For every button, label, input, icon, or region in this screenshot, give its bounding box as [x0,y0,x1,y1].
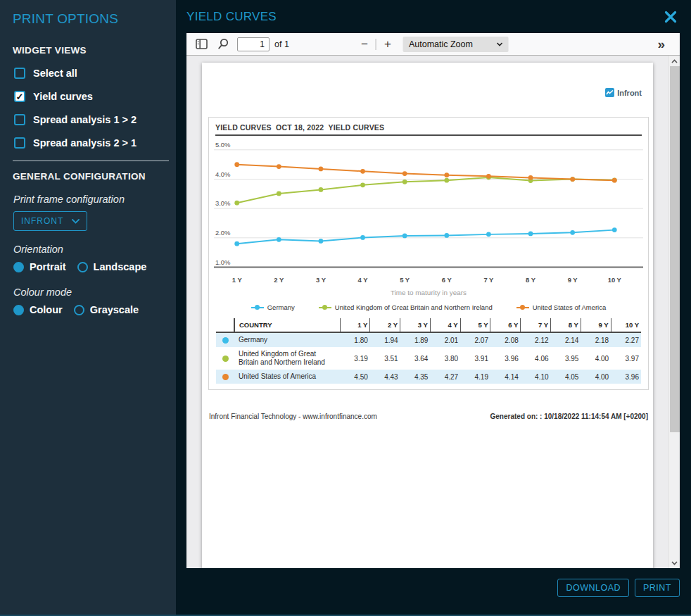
zoom-level-select[interactable]: Automatic Zoom [403,37,509,52]
sidebar-divider [13,161,169,161]
yield-value-cell: 3.80 [430,347,460,370]
checkbox-checked-icon[interactable] [14,91,25,102]
print-frame-value: INFRONT [21,216,63,226]
find-button[interactable] [215,36,232,52]
orientation-options: PortraitLandscape [13,261,165,272]
radio-colour[interactable]: Colour [13,304,63,315]
scroll-up-arrow[interactable] [669,56,680,66]
maturity-column-header: 2 Y [370,318,400,332]
sidebar-title: PRINT OPTIONS [13,11,165,27]
checkbox-label: Spread analysis 2 > 1 [33,137,137,149]
infront-logo-icon [605,88,614,97]
table-row-united-kingdom-of-great-britain-and-northern-ireland: United Kingdom of Great Britain and Nort… [216,347,641,370]
zoom-out-button[interactable]: − [357,38,372,50]
country-cell: United Kingdom of Great Britain and Nort… [234,347,340,370]
yield-value-cell: 4.14 [490,370,521,384]
checkbox-unchecked-icon[interactable] [14,114,25,125]
vertical-scrollbar[interactable] [668,56,680,568]
radio-selected-icon[interactable] [13,262,24,272]
radio-unselected-icon[interactable] [77,262,88,272]
checkbox-unchecked-icon[interactable] [14,137,25,149]
maturity-column-header: 8 Y [551,318,581,332]
legend-label: United Kingdom of Great Britain and Nort… [335,303,493,311]
checkbox-label: Yield curves [33,91,93,102]
radio-grayscale[interactable]: Grayscale [74,304,139,315]
footer-generated-on: Generated on: : 10/18/2022 11:14:54 AM [… [490,413,648,420]
yield-value-cell: 3.96 [611,370,641,384]
infront-logo: Infront [605,88,642,97]
country-cell: Germany [234,332,340,347]
yield-value-cell: 2.01 [430,332,460,347]
pdf-page: Infront YIELD CURVES OCT 18, 2022 YIELD … [202,63,653,568]
general-configuration-heading: GENERAL CONFIGURATION [13,171,165,182]
maturity-column-header: 9 Y [581,318,611,332]
checkbox-spread-analysis-2-1[interactable]: Spread analysis 2 > 1 [14,137,165,149]
svg-text:6 Y: 6 Y [442,276,452,284]
download-button[interactable]: DOWNLOAD [557,579,629,597]
pdf-toolbar: of 1 − + Automatic Zoom » [186,33,680,56]
radio-portrait[interactable]: Portrait [13,261,66,272]
svg-text:1.0%: 1.0% [215,258,231,266]
page-count-label: of 1 [274,39,289,49]
report-box: YIELD CURVES OCT 18, 2022 YIELD CURVES 5… [208,117,649,390]
yield-value-cell: 4.27 [430,370,460,384]
page-number-input[interactable] [237,37,270,51]
checkbox-spread-analysis-1-2[interactable]: Spread analysis 1 > 2 [14,114,165,125]
checkbox-yield-curves[interactable]: Yield curves [14,91,165,102]
marker-column-header [216,318,234,332]
legend-marker-icon [251,307,264,308]
infront-logo-text: Infront [617,89,642,97]
zoom-in-button[interactable]: + [381,38,395,50]
print-options-sidebar: PRINT OPTIONS WIDGET VIEWS Select allYie… [0,0,176,615]
legend-marker-icon [319,307,331,308]
yield-value-cell: 2.07 [460,332,490,347]
maturity-column-header: 10 Y [611,318,641,332]
radio-label: Grayscale [90,304,139,315]
radio-landscape[interactable]: Landscape [77,261,147,272]
yield-curves-chart: 5.0%4.0%3.0%2.0%1.0%1 Y2 Y3 Y4 Y5 Y6 Y7 … [209,136,648,299]
svg-text:3 Y: 3 Y [316,276,327,284]
svg-text:10 Y: 10 Y [608,276,622,284]
scroll-down-arrow[interactable] [669,558,680,568]
scrollbar-thumb[interactable] [670,66,680,432]
print-frame-select[interactable]: INFRONT [13,211,87,231]
report-title: YIELD CURVES OCT 18, 2022 YIELD CURVES [215,123,642,136]
maturity-column-header: 1 Y [340,318,370,332]
legend-label: United States of America [533,303,607,311]
yield-value-cell: 3.95 [551,347,581,370]
close-icon [664,11,677,23]
close-button[interactable] [661,8,680,26]
svg-text:Time to maturity in years: Time to maturity in years [391,289,467,296]
yield-value-cell: 3.51 [370,347,400,370]
print-button[interactable]: PRINT [635,579,680,597]
yield-value-cell: 1.89 [400,332,431,347]
series-dot-icon [222,374,229,380]
colour-mode-options: ColourGrayscale [13,304,165,315]
toggle-sidebar-button[interactable] [194,37,210,51]
svg-text:3.0%: 3.0% [215,199,231,207]
yield-value-cell: 2.08 [490,332,521,347]
radio-unselected-icon[interactable] [74,305,84,315]
toolbar-more-button[interactable]: » [655,35,667,53]
chevron-down-icon [72,219,80,224]
chart-legend: GermanyUnited Kingdom of Great Britain a… [209,303,648,311]
checkbox-unchecked-icon[interactable] [14,68,25,79]
svg-text:2.0%: 2.0% [215,229,231,237]
maturity-column-header: 6 Y [490,318,521,332]
svg-text:5 Y: 5 Y [400,276,410,284]
checkbox-label: Spread analysis 1 > 2 [33,114,137,125]
zoom-controls: − + Automatic Zoom [357,37,509,52]
legend-item-united-kingdom-of-great-britain-and-northern-ireland: United Kingdom of Great Britain and Nort… [319,303,493,311]
chevron-down-icon [497,42,503,46]
yield-value-cell: 4.43 [370,370,400,384]
radio-selected-icon[interactable] [13,305,24,315]
viewer-body: Infront YIELD CURVES OCT 18, 2022 YIELD … [186,56,680,568]
page-footer: Infront Financial Technology - www.infro… [209,413,648,420]
maturity-column-header: 7 Y [521,318,551,332]
checkbox-select-all[interactable]: Select all [14,68,165,79]
series-dot-icon [222,337,229,344]
yield-value-cell: 4.00 [581,347,611,370]
widget-views-list: Select allYield curvesSpread analysis 1 … [11,68,165,149]
table-row-united-states-of-america: United States of America4.504.434.354.27… [216,370,641,384]
search-icon [217,38,229,50]
